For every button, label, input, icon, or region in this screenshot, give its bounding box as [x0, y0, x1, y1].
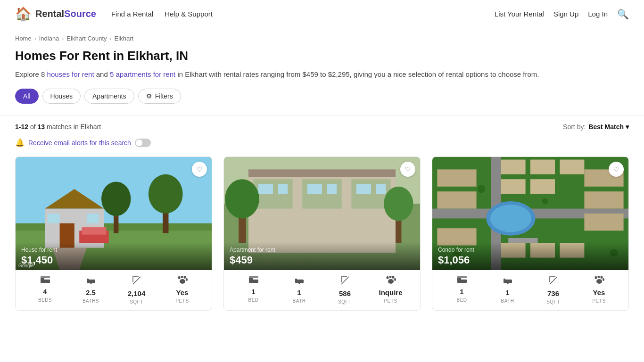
bath-icon-2: [295, 276, 304, 287]
list-your-rental-link[interactable]: List Your Rental: [495, 10, 544, 18]
svg-rect-39: [376, 184, 386, 194]
log-in-link[interactable]: Log In: [588, 10, 608, 18]
breadcrumb-elkhart-county[interactable]: Elkhart County: [66, 35, 107, 42]
svg-point-54: [389, 276, 391, 278]
card-beds-value-2: 1: [251, 288, 255, 296]
nav-help-support[interactable]: Help & Support: [165, 10, 213, 18]
svg-rect-66: [501, 179, 526, 194]
svg-rect-67: [530, 179, 555, 194]
header-right: List Your Rental Sign Up Log In 🔍: [495, 8, 629, 20]
houses-for-rent-link[interactable]: houses for rent: [47, 70, 94, 78]
breadcrumb-home[interactable]: Home: [15, 35, 32, 42]
filter-all-button[interactable]: All: [15, 89, 39, 104]
card-pets-value-2: Inquire: [379, 288, 402, 296]
card-beds-label-1: BEDS: [38, 297, 52, 303]
pets-icon-2: [386, 276, 396, 287]
filter-apartments-button[interactable]: Apartments: [84, 89, 134, 104]
svg-line-89: [508, 283, 509, 284]
card-sqft-1: 2,104 SQFT: [114, 276, 159, 304]
svg-point-91: [594, 276, 597, 279]
svg-point-24: [181, 276, 183, 278]
bath-icon-1: [86, 276, 96, 287]
logo[interactable]: 🏠 RentalSource: [15, 6, 96, 22]
svg-rect-87: [504, 279, 505, 280]
card-beds-label-3: BED: [456, 297, 467, 303]
sign-up-link[interactable]: Sign Up: [553, 10, 578, 18]
card-type-2: Apartment for rent: [230, 247, 414, 253]
svg-point-79: [542, 198, 548, 204]
svg-point-62: [490, 205, 531, 232]
card-baths-value-3: 1: [505, 288, 509, 296]
nav-find-rental[interactable]: Find a Rental: [111, 10, 153, 18]
listing-card-1[interactable]: ♡ House for rent $1,450 Google 4 BEDS: [15, 156, 212, 311]
card-type-3: Condo for rent: [438, 247, 623, 253]
favorite-button-3[interactable]: ♡: [609, 162, 624, 177]
svg-rect-6: [48, 214, 60, 223]
search-button[interactable]: 🔍: [617, 8, 629, 20]
svg-rect-64: [530, 160, 555, 174]
svg-rect-36: [307, 184, 322, 194]
svg-point-93: [600, 276, 603, 279]
svg-rect-32: [302, 179, 341, 208]
bed-icon-2: [248, 276, 259, 286]
filters-button[interactable]: ⚙ Filters: [138, 89, 181, 104]
svg-line-50: [298, 283, 299, 284]
card-sqft-label-1: SQFT: [130, 299, 143, 304]
svg-point-80: [566, 230, 573, 237]
card-baths-label-3: BATH: [501, 298, 514, 304]
svg-rect-34: [258, 184, 273, 194]
card-overlay-1: House for rent $1,450: [16, 242, 212, 270]
card-beds-value-1: 4: [43, 288, 47, 296]
svg-rect-44: [248, 169, 396, 177]
svg-rect-70: [584, 214, 623, 230]
svg-point-57: [388, 279, 394, 284]
svg-point-95: [596, 279, 602, 284]
svg-line-90: [550, 277, 557, 284]
breadcrumb-indiana[interactable]: Indiana: [39, 35, 59, 42]
card-beds-label-2: BED: [248, 297, 258, 303]
svg-rect-65: [560, 160, 584, 174]
favorite-button-1[interactable]: ♡: [192, 162, 207, 177]
filter-icon: ⚙: [146, 92, 152, 100]
card-details-1: 4 BEDS 2.5 BATHS 2,104 SQFT: [16, 270, 212, 310]
email-alert-link[interactable]: Receive email alerts for this search: [28, 139, 131, 147]
svg-line-52: [341, 277, 349, 284]
pets-icon-3: [594, 276, 604, 287]
sort-control: Sort by: Best Match ▾: [563, 123, 629, 131]
card-baths-1: 2.5 BATHS: [68, 276, 114, 304]
card-baths-label-1: BATHS: [83, 298, 99, 304]
logo-icon: 🏠: [15, 6, 32, 22]
main-content: Homes For Rent in Elkhart, IN Explore 8 …: [0, 49, 644, 326]
logo-text: RentalSource: [35, 8, 96, 19]
card-image-3: ♡ Condo for rent $1,056: [432, 157, 628, 270]
apartments-for-rent-link[interactable]: 5 apartments for rent: [110, 70, 175, 78]
svg-rect-63: [501, 160, 526, 174]
card-overlay-2: Apartment for rent $459: [224, 242, 420, 270]
svg-point-94: [603, 278, 604, 281]
card-pets-value-1: Yes: [176, 288, 189, 296]
svg-rect-37: [327, 184, 337, 194]
card-pets-1: Yes PETS: [159, 276, 205, 304]
filter-houses-button[interactable]: Houses: [42, 89, 81, 104]
breadcrumb-sep-1: ›: [34, 35, 36, 42]
card-sqft-label-3: SQFT: [546, 299, 560, 304]
card-baths-2: 1 BATH: [276, 276, 322, 304]
favorite-button-2[interactable]: ♡: [400, 162, 415, 177]
svg-rect-75: [437, 191, 476, 208]
breadcrumb-sep-2: ›: [62, 35, 64, 42]
pets-icon-1: [177, 276, 188, 287]
card-baths-value-1: 2.5: [86, 288, 96, 296]
sort-select-button[interactable]: Best Match ▾: [588, 123, 629, 131]
email-alert-toggle[interactable]: [135, 139, 151, 147]
bell-icon: 🔔: [15, 138, 25, 147]
bed-icon-1: [40, 276, 50, 286]
svg-rect-7: [87, 214, 99, 223]
page-description: Explore 8 houses for rent and 5 apartmen…: [15, 69, 629, 80]
svg-line-51: [299, 283, 300, 284]
svg-point-26: [186, 278, 188, 281]
listing-card-2[interactable]: ♡ Apartment for rent $459 1 BED: [223, 156, 421, 311]
svg-point-43: [384, 187, 413, 221]
breadcrumb-sep-3: ›: [110, 35, 112, 42]
bath-icon-3: [503, 276, 512, 287]
listing-card-3[interactable]: ♡ Condo for rent $1,056 1 BED: [432, 156, 629, 311]
